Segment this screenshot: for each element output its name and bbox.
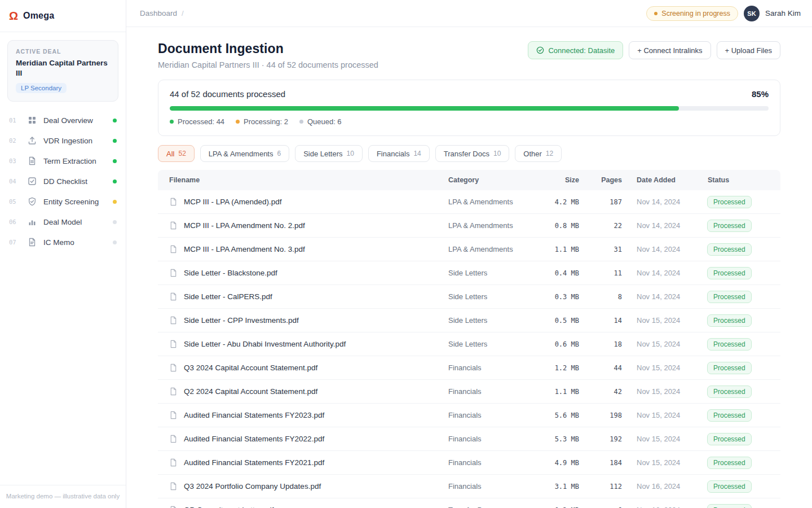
table-row[interactable]: Audited Financial Statements FY2023.pdf … [158,404,780,427]
filter-tab-transfer-docs[interactable]: Transfer Docs 10 [435,145,510,162]
nav-status-dot [113,179,117,183]
pages-text: 8 [579,293,622,301]
breadcrumb-dashboard[interactable]: Dashboard [140,9,177,17]
category-text: Transfer Docs [448,506,535,508]
connect-intralinks-button[interactable]: + Connect Intralinks [629,41,710,59]
sidebar-item-deal-model[interactable]: 06 Deal Model [0,212,126,232]
sidebar-item-entity-screening[interactable]: 05 Entity Screening [0,191,126,212]
pages-text: 6 [579,506,622,508]
col-size: Size [535,176,579,184]
size-text: 3.1 MB [535,483,579,491]
connected-button-label: Connected: Datasite [548,46,615,55]
breadcrumb-separator: / [182,9,184,17]
nav-status-dot [113,119,117,122]
status-badge: Processed [707,480,752,493]
date-added-text: Nov 15, 2024 [622,316,707,325]
col-pages: Pages [579,176,622,184]
legend-dot-icon [299,120,303,124]
status-badge: Processed [707,338,752,351]
tab-label: Transfer Docs [444,150,489,158]
upload-icon [28,136,37,145]
sidebar-item-deal-overview[interactable]: 01 Deal Overview [0,110,126,130]
nav-step-number: 01 [9,117,21,124]
sidebar-item-vdr-ingestion[interactable]: 02 VDR Ingestion [0,130,126,151]
col-date-added: Date Added [622,176,707,184]
tab-count: 6 [277,150,281,157]
pages-text: 11 [579,269,622,277]
user-avatar[interactable]: SK [744,6,760,21]
date-added-text: Nov 14, 2024 [622,245,707,253]
table-row[interactable]: Side Letter - Blackstone.pdf Side Letter… [158,261,780,285]
filter-tab-side-letters[interactable]: Side Letters 10 [295,145,363,162]
table-row[interactable]: Side Letter - CPP Investments.pdf Side L… [158,309,780,332]
status-badge: Processed [707,504,752,508]
sidebar: Ω Omega ACTIVE DEAL Meridian Capital Par… [0,0,126,508]
date-added-text: Nov 14, 2024 [622,198,707,206]
status-badge: Processed [707,220,752,232]
nav-item-label: DD Checklist [43,177,113,186]
file-icon [169,387,178,396]
category-text: Financials [448,411,535,419]
table-row[interactable]: MCP III - LPA Amendment No. 2.pdf LPA & … [158,214,780,238]
filter-tab-lpa-amendments[interactable]: LPA & Amendments 6 [200,145,289,162]
filename-text: Side Letter - CPP Investments.pdf [184,316,299,325]
category-text: Side Letters [448,316,535,325]
filename-text: Q3 2024 Portfolio Company Updates.pdf [184,482,321,491]
size-text: 0.8 MB [535,222,579,230]
topbar: Dashboard / Screening in progress SK Sar… [126,0,812,27]
date-added-text: Nov 14, 2024 [622,221,707,230]
filename-text: Q2 2024 Capital Account Statement.pdf [184,387,317,396]
legend-item: Processed: 44 [170,117,224,126]
category-text: Side Letters [448,292,535,301]
table-row[interactable]: Audited Financial Statements FY2022.pdf … [158,427,780,451]
filename-text: GP Commitment Letter.pdf [184,506,274,508]
table-row[interactable]: GP Commitment Letter.pdf Transfer Docs 0… [158,498,780,508]
pages-text: 22 [579,222,622,230]
table-row[interactable]: MCP III - LPA Amendment No. 3.pdf LPA & … [158,238,780,261]
size-text: 0.5 MB [535,317,579,325]
table-row[interactable]: Q3 2024 Capital Account Statement.pdf Fi… [158,356,780,380]
nav-step-number: 07 [9,239,21,246]
status-badge: Processed [707,457,752,469]
size-text: 5.6 MB [535,411,579,419]
sidebar-item-dd-checklist[interactable]: 04 DD Checklist [0,171,126,191]
tab-count: 52 [178,150,186,157]
nav-item-label: IC Memo [43,238,113,247]
pages-text: 18 [579,340,622,348]
pages-text: 31 [579,246,622,253]
filename-text: MCP III - LPA Amendment No. 3.pdf [184,245,305,253]
table-row[interactable]: Side Letter - CalPERS.pdf Side Letters 0… [158,285,780,309]
sidebar-item-term-extraction[interactable]: 03 Term Extraction [0,151,126,171]
app-logo[interactable]: Ω Omega [0,0,126,32]
pages-text: 187 [579,198,622,206]
category-text: Side Letters [448,269,535,277]
sidebar-nav: 01 Deal Overview 02 VDR Ingestion 03 Ter… [0,110,126,252]
nav-status-dot [113,159,117,163]
table-row[interactable]: Side Letter - Abu Dhabi Investment Autho… [158,332,780,356]
tab-label: All [166,150,174,158]
tab-label: Side Letters [303,150,342,158]
col-filename: Filename [169,176,448,184]
filter-tab-financials[interactable]: Financials 14 [368,145,430,162]
legend-dot-icon [236,120,240,124]
status-dot-icon [654,12,657,15]
table-row[interactable]: Q2 2024 Capital Account Statement.pdf Fi… [158,380,780,404]
category-text: Financials [448,435,535,443]
size-text: 4.9 MB [535,459,579,467]
legend-item: Processing: 2 [236,117,288,126]
status-badge: Processed [707,314,752,327]
table-row[interactable]: MCP III - LPA (Amended).pdf LPA & Amendm… [158,190,780,214]
table-row[interactable]: Q3 2024 Portfolio Company Updates.pdf Fi… [158,475,780,498]
file-icon [169,245,178,253]
nav-step-number: 06 [9,218,21,225]
filter-tab-all[interactable]: All 52 [158,145,195,162]
connected-datasite-button[interactable]: Connected: Datasite [528,41,623,59]
nav-step-number: 05 [9,198,21,205]
sidebar-item-ic-memo[interactable]: 07 IC Memo [0,232,126,252]
page-title: Document Ingestion [158,41,378,56]
table-row[interactable]: Audited Financial Statements FY2021.pdf … [158,451,780,475]
filter-tab-other[interactable]: Other 12 [515,145,562,162]
brand-name: Omega [23,11,54,21]
nav-status-dot [113,139,117,143]
upload-files-button[interactable]: + Upload Files [717,41,780,59]
